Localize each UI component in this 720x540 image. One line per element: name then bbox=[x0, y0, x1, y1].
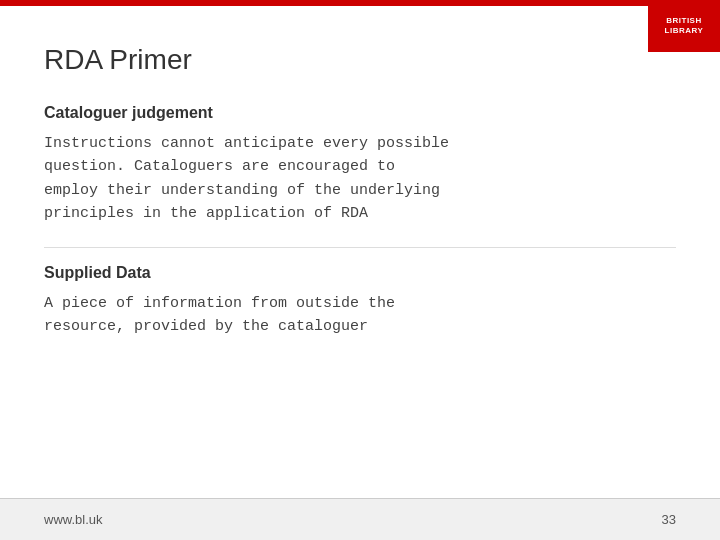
section-heading-1: Cataloguer judgement bbox=[44, 104, 676, 122]
section-heading-2: Supplied Data bbox=[44, 264, 676, 282]
footer-page-number: 33 bbox=[662, 512, 676, 527]
slide: BRITISH LIBRARY RDA Primer Cataloguer ju… bbox=[0, 0, 720, 540]
slide-footer: www.bl.uk 33 bbox=[0, 498, 720, 540]
slide-title: RDA Primer bbox=[44, 44, 676, 76]
logo-area: BRITISH LIBRARY bbox=[648, 0, 720, 52]
slide-content: RDA Primer Cataloguer judgement Instruct… bbox=[0, 6, 720, 498]
section-divider bbox=[44, 247, 676, 248]
section-body-1: Instructions cannot anticipate every pos… bbox=[44, 132, 676, 225]
logo-text: BRITISH LIBRARY bbox=[665, 16, 704, 35]
footer-url: www.bl.uk bbox=[44, 512, 103, 527]
section-body-2: A piece of information from outside ther… bbox=[44, 292, 676, 339]
